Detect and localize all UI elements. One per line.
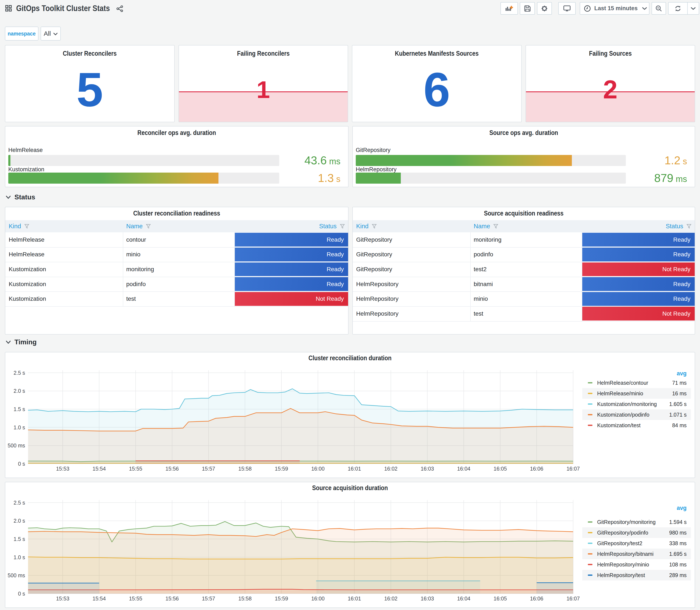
svg-text:16:01: 16:01 [348, 596, 361, 601]
svg-text:15:53: 15:53 [56, 466, 69, 472]
svg-text:16:07: 16:07 [567, 466, 580, 472]
svg-text:15:54: 15:54 [93, 596, 106, 601]
svg-text:16:02: 16:02 [384, 596, 397, 601]
svg-text:15:53: 15:53 [56, 596, 69, 601]
svg-text:0 s: 0 s [18, 591, 25, 597]
svg-text:15:57: 15:57 [202, 596, 215, 601]
svg-text:15:55: 15:55 [129, 596, 142, 601]
svg-text:16:04: 16:04 [457, 596, 471, 601]
svg-text:16:03: 16:03 [421, 596, 434, 601]
svg-text:15:59: 15:59 [275, 466, 288, 472]
svg-text:16:03: 16:03 [421, 466, 434, 472]
svg-text:15:56: 15:56 [165, 466, 179, 472]
svg-text:2.0 s: 2.0 s [14, 518, 25, 524]
svg-text:1.5 s: 1.5 s [14, 406, 25, 412]
svg-text:16:00: 16:00 [311, 596, 325, 601]
svg-text:16:05: 16:05 [494, 466, 507, 472]
svg-text:500 ms: 500 ms [7, 443, 25, 448]
svg-text:15:56: 15:56 [165, 596, 179, 601]
svg-text:15:55: 15:55 [129, 466, 142, 472]
svg-text:15:59: 15:59 [275, 596, 288, 601]
svg-text:15:57: 15:57 [202, 466, 215, 472]
svg-text:16:04: 16:04 [457, 466, 471, 472]
svg-text:15:58: 15:58 [239, 596, 252, 601]
svg-text:2.5 s: 2.5 s [14, 500, 25, 505]
svg-text:1.5 s: 1.5 s [14, 536, 25, 542]
svg-text:15:54: 15:54 [93, 466, 106, 472]
svg-text:15:58: 15:58 [239, 466, 252, 472]
svg-text:16:06: 16:06 [530, 596, 543, 601]
svg-text:1.0 s: 1.0 s [14, 424, 25, 430]
svg-text:16:07: 16:07 [567, 596, 580, 601]
svg-text:16:06: 16:06 [530, 466, 543, 472]
svg-text:16:05: 16:05 [494, 596, 507, 601]
svg-text:500 ms: 500 ms [7, 572, 25, 578]
svg-text:2.5 s: 2.5 s [14, 370, 25, 376]
svg-text:16:00: 16:00 [311, 466, 325, 472]
svg-text:16:02: 16:02 [384, 466, 397, 472]
svg-text:16:01: 16:01 [348, 466, 361, 472]
svg-text:0 s: 0 s [18, 461, 25, 467]
svg-text:2.0 s: 2.0 s [14, 388, 25, 394]
svg-text:1.0 s: 1.0 s [14, 554, 25, 560]
